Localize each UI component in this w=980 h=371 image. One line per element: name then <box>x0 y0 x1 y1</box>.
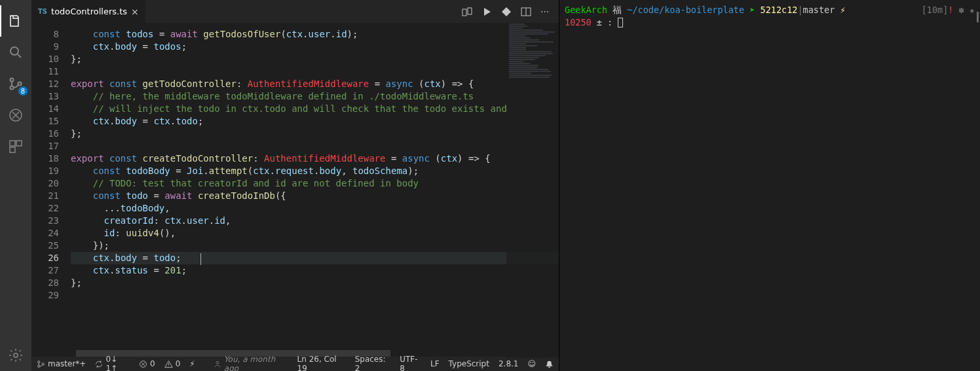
status-feedback-icon[interactable]: ☺ <box>528 359 537 368</box>
tab-filename: todoControllers.ts <box>51 7 127 16</box>
svg-point-16 <box>216 361 219 364</box>
svg-point-2 <box>10 86 14 90</box>
status-git-blame[interactable]: You, a month ago <box>214 355 288 371</box>
terminal-line: GeekArch 福 ~/code/koa-boilerplate ➤ 5212… <box>565 4 975 16</box>
settings-gear-icon[interactable] <box>0 340 31 371</box>
search-icon[interactable] <box>0 37 31 68</box>
activity-bar: 8 <box>0 0 31 371</box>
horizontal-scrollbar[interactable] <box>76 350 390 357</box>
svg-rect-9 <box>462 9 466 16</box>
editor-actions: ⋯ <box>462 0 559 23</box>
compare-icon[interactable] <box>462 7 472 17</box>
svg-point-13 <box>38 365 40 367</box>
code-editor[interactable]: 8910111213141516171819202122232425262728… <box>31 23 559 357</box>
debug-icon[interactable] <box>0 99 31 131</box>
editor-area: TS todoControllers.ts × ⋯ 89101112131415… <box>31 0 559 371</box>
extensions-icon[interactable] <box>0 131 31 162</box>
svg-point-0 <box>10 47 18 55</box>
status-bar: master*+ 0↓ 1↑ 0 0 ⚡ You, a month ago Ln… <box>31 357 559 371</box>
svg-rect-5 <box>10 141 15 146</box>
minimap[interactable] <box>506 23 559 358</box>
status-action-icon[interactable]: ⚡ <box>189 359 195 368</box>
svg-rect-6 <box>16 141 22 146</box>
explorer-icon[interactable] <box>0 5 31 37</box>
svg-point-1 <box>10 79 14 82</box>
status-encoding[interactable]: UTF-8 <box>400 355 421 371</box>
svg-point-8 <box>14 353 18 357</box>
status-sync[interactable]: 0↓ 1↑ <box>95 355 130 371</box>
scm-badge: 8 <box>18 86 28 96</box>
source-control-icon[interactable]: 8 <box>0 68 31 99</box>
svg-rect-7 <box>10 147 15 152</box>
text-cursor-icon <box>200 253 202 265</box>
status-warnings[interactable]: 0 <box>164 359 181 368</box>
tab-bar: TS todoControllers.ts × ⋯ <box>31 0 559 23</box>
terminal-scrollbar[interactable] <box>977 12 979 22</box>
more-icon[interactable]: ⋯ <box>540 7 551 17</box>
status-branch[interactable]: master*+ <box>37 359 86 368</box>
status-version[interactable]: 2.8.1 <box>499 359 519 368</box>
split-editor-icon[interactable] <box>521 7 531 17</box>
svg-point-12 <box>38 361 40 362</box>
status-errors[interactable]: 0 <box>139 359 155 368</box>
terminal-panel[interactable]: GeekArch 福 ~/code/koa-boilerplate ➤ 5212… <box>559 0 980 371</box>
run-icon[interactable] <box>481 7 492 17</box>
status-spaces[interactable]: Spaces: 2 <box>355 355 391 371</box>
status-language[interactable]: TypeScript <box>449 359 489 368</box>
diff-icon[interactable] <box>501 7 512 17</box>
typescript-file-icon: TS <box>38 8 47 15</box>
svg-rect-10 <box>468 8 472 14</box>
terminal-cursor <box>618 18 623 27</box>
line-gutter: 8910111213141516171819202122232425262728… <box>31 23 71 357</box>
status-cursor-pos[interactable]: Ln 26, Col 19 <box>297 355 346 371</box>
status-eol[interactable]: LF <box>430 359 440 368</box>
terminal-line: 10250 ± : <box>565 16 975 29</box>
status-bell-icon[interactable] <box>545 360 554 368</box>
code-content[interactable]: const todos = await getTodosOfUser(ctx.u… <box>71 23 559 357</box>
tab-todocontrollers[interactable]: TS todoControllers.ts × <box>31 0 146 23</box>
close-icon[interactable]: × <box>131 7 139 16</box>
